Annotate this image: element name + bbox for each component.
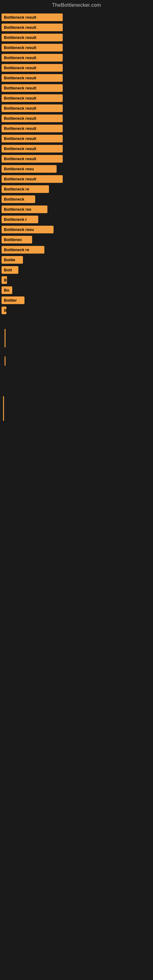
list-item: Bottleneck result [2,13,151,21]
bottleneck-badge: Bottleneck [2,196,35,203]
bottleneck-badge: Bottleneck re [2,185,49,193]
bottleneck-badge: B [2,307,6,314]
list-item: Bottleneck re [2,185,151,193]
list-item: Bottleneck resu [2,226,151,233]
list-item: Bottleneck result [2,135,151,142]
bottleneck-badge: Bottleneck resu [2,165,57,173]
bottleneck-badge: Bottleneck result [2,13,63,21]
bottom-bar [3,396,4,421]
list-item: Bottleneck r [2,216,151,223]
bottleneck-badge: Bottle [2,256,23,264]
bottleneck-badge: Bottleneck result [2,34,63,41]
bottleneck-badge: Bottleneck result [2,74,63,82]
bottleneck-badge: Bottleneck result [2,105,63,112]
list-item: B [2,276,151,284]
bottleneck-badge: Bottleneck result [2,94,63,102]
list-item: Bottleneck result [2,64,151,72]
site-title: TheBottlenecker.com [0,0,153,10]
bottleneck-badge: Bottleneck result [2,24,63,31]
list-item: Bottleneck result [2,94,151,102]
list-item: Bottleneck res [2,205,151,213]
list-item: Bottleneck result [2,105,151,112]
bottleneck-badge: Bottlenec [2,236,32,243]
list-item: Bottleneck result [2,175,151,183]
list-item: Bottleneck result [2,34,151,41]
list-item: Bottleneck result [2,115,151,122]
bottleneck-badge: Bottleneck result [2,54,63,62]
list-item: Bottleneck result [2,74,151,82]
bottleneck-badge: Bottleneck result [2,64,63,72]
bottleneck-badge: Bottleneck result [2,155,63,162]
list-item: B [2,307,151,314]
bottleneck-badge: Bottleneck r [2,216,38,223]
list-item: Bottleneck result [2,24,151,31]
list-item: Bottleneck [2,196,151,203]
bottleneck-badge: Bottleneck re [2,246,45,254]
bottleneck-badge: Bottleneck result [2,84,63,92]
list-item: Bottleneck resu [2,165,151,173]
list-item: Bottleneck result [2,145,151,153]
bottleneck-badge: Bottler [2,296,24,304]
list-item: Bottlenec [2,236,151,243]
bottleneck-badge: Bottleneck result [2,145,63,153]
bottleneck-badge: Bottleneck result [2,115,63,122]
bottleneck-badge: Bottleneck result [2,44,63,51]
list-item: Bottler [2,296,151,304]
list-item: Bottle [2,256,151,264]
bottleneck-badge: Bottleneck res [2,205,48,213]
bottleneck-badge: Bottleneck resu [2,226,54,233]
list-item: Bottleneck result [2,84,151,92]
small-bar [5,356,5,366]
list-item: Bottleneck result [2,44,151,51]
list-item: Bottleneck result [2,125,151,132]
bottleneck-badge: Bottleneck result [2,125,63,132]
bottleneck-badge: Bottleneck result [2,175,63,183]
list-item: Bo [2,286,151,294]
bottleneck-badge: Bo [2,286,12,294]
list-item: Bott [2,266,151,274]
bottleneck-badge: B [2,276,7,284]
list-item: Bottleneck result [2,54,151,62]
list-item: Bottleneck result [2,155,151,162]
results-container: Bottleneck result Bottleneck result Bott… [0,10,153,424]
vertical-bar [5,329,5,347]
bottleneck-badge: Bott [2,266,18,274]
bottleneck-badge: Bottleneck result [2,135,63,142]
list-item: Bottleneck re [2,246,151,254]
